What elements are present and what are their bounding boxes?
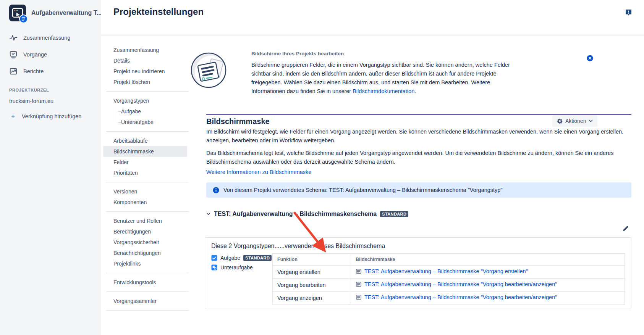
project-sidebar: Aufgabenverwaltung T... Zusammenfassung … [0, 0, 101, 335]
screen-icon [356, 268, 362, 274]
project-nav: Zusammenfassung Vorgänge Berichte [9, 31, 96, 78]
table-row: Vorgang bearbeiten TEST: Aufgabenverwalt… [273, 279, 625, 292]
feedback-bubble-icon [625, 9, 632, 16]
project-name: Aufgabenverwaltung T... [31, 10, 102, 16]
settings-nav-prioritaeten[interactable]: Prioritäten [103, 168, 187, 178]
schema-info-banner: Von diesem Projekt verwendetes Schema: T… [206, 182, 631, 198]
issue-type-aufgabe[interactable]: Aufgabe STANDARD [211, 255, 272, 261]
settings-nav-vorgangssicherheit[interactable]: Vorgangssicherheit [103, 237, 187, 248]
issue-type-label: Unteraufgabe [220, 264, 253, 271]
settings-nav-felder[interactable]: Felder [103, 157, 187, 168]
project-key-label: PROJEKTKÜRZEL [9, 88, 96, 92]
function-cell: Vorgang erstellen [273, 266, 351, 279]
sidebar-item-label: Vorgänge [23, 52, 47, 58]
info-icon [213, 187, 219, 193]
schema-collapse-row[interactable]: TEST: Aufgabenverwaltung – Bildschirmmas… [206, 211, 408, 217]
screen-link-label: TEST: Aufgabenverwaltung – Bildschirmmas… [364, 281, 557, 287]
column-header-bildschirmmaske: Bildschirmmaske [351, 254, 625, 266]
table-row: Vorgang anzeigen TEST: Aufgabenverwaltun… [273, 292, 625, 304]
page-title: Projekteinstellungen [113, 6, 204, 17]
settings-nav-benachrichtigungen[interactable]: Benachrichtigungen [103, 248, 187, 258]
pencil-icon [622, 225, 629, 232]
issue-type-standard-badge: STANDARD [243, 255, 272, 261]
sidebar-item-label: Zusammenfassung [23, 35, 70, 41]
screens-illustration-icon [190, 52, 227, 89]
settings-nav-komponenten[interactable]: Komponenten [103, 197, 187, 208]
issue-type-unteraufgabe[interactable]: Unteraufgabe [211, 264, 272, 271]
subtask-icon [211, 264, 217, 271]
sidebar-item-berichte[interactable]: Berichte [9, 65, 96, 78]
settings-nav-vorgangssammler[interactable]: Vorgangssammler [103, 296, 187, 306]
nav-divider [106, 211, 189, 212]
issue-type-label: Aufgabe [220, 255, 240, 261]
settings-nav-bildschirmmaske[interactable]: Bildschirmmaske [103, 146, 187, 157]
screen-icon [356, 294, 362, 300]
screen-link[interactable]: TEST: Aufgabenverwaltung – Bildschirmmas… [356, 268, 528, 274]
screen-link-label: TEST: Aufgabenverwaltung – Bildschirmmas… [364, 268, 528, 274]
function-cell: Vorgang bearbeiten [273, 279, 351, 292]
documentation-link[interactable]: Bildschirmdokumentation [353, 88, 414, 94]
issues-icon [9, 50, 18, 59]
settings-nav-aufgabe[interactable]: Aufgabe [103, 106, 187, 117]
page-header: Projekteinstellungen [101, 0, 644, 36]
nav-divider [106, 131, 189, 132]
settings-nav-vorgangstypen[interactable]: Vorgangstypen [103, 95, 187, 106]
close-icon [587, 55, 593, 61]
project-header: Aufgabenverwaltung T... [9, 5, 96, 21]
screen-link[interactable]: TEST: Aufgabenverwaltung – Bildschirmmas… [356, 281, 557, 287]
settings-nav-unteraufgabe[interactable]: Unteraufgabe [103, 117, 187, 127]
nav-divider [106, 91, 189, 92]
add-shortcut-link[interactable]: + Verknüpfung hinzufügen [9, 113, 96, 120]
function-cell: Vorgang anzeigen [273, 292, 351, 304]
info-panel-title: Bildschirme Ihres Projekts bearbeiten [251, 51, 523, 56]
settings-nav-details[interactable]: Details [103, 55, 187, 66]
schema-title: TEST: Aufgabenverwaltung – Bildschirmmas… [214, 211, 377, 217]
screen-scheme-table: Funktion Bildschirmmaske Vorgang erstell… [272, 253, 625, 304]
close-info-panel-button[interactable] [587, 55, 593, 61]
settings-nav: Zusammenfassung Details Projekt neu indi… [101, 36, 197, 335]
checked-checkbox-icon[interactable] [211, 255, 217, 261]
actions-button[interactable]: Aktionen [552, 115, 597, 127]
settings-nav-projekt-neu-indizieren[interactable]: Projekt neu indizieren [103, 66, 187, 77]
info-panel-body: Bildschirme gruppieren Felder, die in ei… [251, 61, 523, 96]
nav-divider [106, 292, 189, 292]
table-header-row: Funktion Bildschirmmaske [273, 254, 625, 266]
info-body-suffix: . [414, 88, 416, 94]
settings-nav-entwicklungstools[interactable]: Entwicklungstools [103, 277, 187, 288]
schema-standard-badge: STANDARD [380, 211, 408, 217]
chart-icon [9, 67, 18, 76]
settings-nav-arbeitsablaeufe[interactable]: Arbeitsabläufe [103, 135, 187, 146]
section-title: Bildschirmmaske [206, 117, 270, 126]
issue-type-list: Aufgabe STANDARD Unteraufgabe [211, 253, 272, 304]
main-content: Bildschirme Ihres Projekts bearbeiten Bi… [190, 36, 644, 335]
edit-schema-button[interactable] [622, 225, 629, 232]
settings-nav-versionen[interactable]: Versionen [103, 186, 187, 197]
nav-divider [106, 273, 189, 273]
settings-nav-projektlinks[interactable]: Projektlinks [103, 258, 187, 269]
usage-heading: Diese 2 Vorgangstypen......verwenden die… [211, 243, 625, 250]
nav-divider [106, 310, 189, 311]
settings-nav-benutzer-und-rollen[interactable]: Benutzer und Rollen [103, 216, 187, 226]
add-shortcut-label: Verknüpfung hinzufügen [22, 113, 81, 119]
actions-button-label: Aktionen [565, 118, 586, 124]
more-info-link[interactable]: Weitere Informationen zu Bildschirmmaske [206, 169, 311, 175]
screen-icon [356, 281, 362, 287]
column-header-funktion: Funktion [273, 254, 351, 266]
schema-banner-text: Von diesem Projekt verwendetes Schema: T… [223, 187, 503, 193]
sidebar-item-label: Berichte [23, 68, 44, 74]
settings-nav-berechtigungen[interactable]: Berechtigungen [103, 226, 187, 237]
sidebar-item-vorgaenge[interactable]: Vorgänge [9, 48, 96, 61]
settings-nav-zusammenfassung[interactable]: Zusammenfassung [103, 45, 187, 55]
feedback-button[interactable] [625, 9, 632, 16]
screen-link[interactable]: TEST: Aufgabenverwaltung – Bildschirmmas… [356, 294, 557, 300]
sidebar-item-zusammenfassung[interactable]: Zusammenfassung [9, 31, 96, 44]
project-avatar[interactable] [9, 5, 26, 21]
screen-link-label: TEST: Aufgabenverwaltung – Bildschirmmas… [364, 294, 557, 300]
pulse-icon [9, 34, 18, 42]
settings-nav-projekt-loeschen[interactable]: Projekt löschen [103, 77, 187, 87]
gear-icon [557, 118, 563, 124]
section-paragraph-1: Im Bildschirm wird festgelegt, wie Felde… [206, 127, 633, 145]
section-paragraph-2: Das Bildschirmschema legt fest, welche B… [206, 149, 633, 166]
settings-nav-vorgangstypen-children: Aufgabe Unteraufgabe [101, 106, 197, 127]
schema-usage-panel: Diese 2 Vorgangstypen......verwenden die… [205, 237, 631, 309]
